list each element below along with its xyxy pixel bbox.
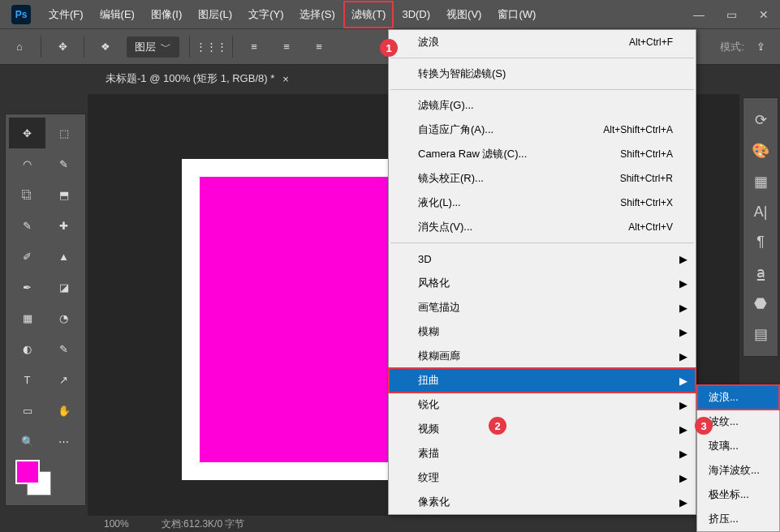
align-center-icon[interactable]: ≡ xyxy=(275,36,298,58)
lasso-tool[interactable]: ◠ xyxy=(9,148,45,179)
character-panel-icon[interactable]: A| xyxy=(754,204,768,221)
submenu-arrow-icon: ▶ xyxy=(679,399,687,411)
history-panel-icon[interactable]: ⟳ xyxy=(755,111,767,129)
window-controls: — ▭ ✕ xyxy=(683,0,780,29)
filter-submenu-item[interactable]: 素描▶ xyxy=(389,441,696,466)
shape-tool[interactable]: ▭ xyxy=(9,395,45,426)
menu-window[interactable]: 窗口(W) xyxy=(489,1,544,28)
menu-edit[interactable]: 编辑(E) xyxy=(92,1,143,28)
eraser-tool[interactable]: ◪ xyxy=(45,272,82,302)
menu-file[interactable]: 文件(F) xyxy=(41,1,92,28)
distort-item[interactable]: 极坐标... xyxy=(697,483,779,507)
align-right-icon[interactable]: ≡ xyxy=(308,36,330,58)
crop-tool[interactable]: ⿻ xyxy=(9,179,45,210)
close-button[interactable]: ✕ xyxy=(748,0,780,29)
align-grid-icon[interactable]: ⋮⋮⋮ xyxy=(200,36,222,58)
zoom-tool[interactable]: 🔍 xyxy=(9,426,45,457)
menu-image[interactable]: 图像(I) xyxy=(143,1,190,28)
pen-tool[interactable]: ✎ xyxy=(45,333,82,364)
menu-layer[interactable]: 图层(L) xyxy=(190,1,240,28)
menu-separator xyxy=(390,89,694,90)
blur-tool[interactable]: ◔ xyxy=(45,302,82,333)
3d-panel-icon[interactable]: ⬣ xyxy=(754,294,767,312)
distort-item[interactable]: 波浪... xyxy=(697,385,779,410)
app-logo-icon: Ps xyxy=(11,5,31,24)
submenu-arrow-icon: ▶ xyxy=(679,448,687,460)
distort-item[interactable]: 海洋波纹... xyxy=(697,458,779,483)
menubar: Ps 文件(F) 编辑(E) 图像(I) 图层(L) 文字(Y) 选择(S) 滤… xyxy=(0,0,780,29)
filter-item[interactable]: 消失点(V)...Alt+Ctrl+V xyxy=(389,215,696,239)
annotation-badge-3: 3 xyxy=(695,417,713,435)
filter-convert-smart[interactable]: 转换为智能滤镜(S) xyxy=(389,62,696,86)
gradient-tool[interactable]: ▦ xyxy=(9,302,45,333)
filter-submenu-item[interactable]: 锐化▶ xyxy=(389,393,696,417)
stamp-tool[interactable]: ▲ xyxy=(45,241,82,272)
move-tool[interactable]: ✥ xyxy=(9,118,45,148)
status-zoom[interactable]: 100% xyxy=(88,518,129,530)
target-layer-dropdown[interactable]: 图层 ﹀ xyxy=(127,36,179,58)
filter-item[interactable]: 液化(L)...Shift+Ctrl+X xyxy=(389,191,696,215)
toolbox: ✥ ⬚ ◠ ✎ ⿻ ⬒ ✎ ✚ ✐ ▲ ✒ ◪ ▦ ◔ ◐ ✎ T ↗ ▭ ✋ … xyxy=(5,114,86,506)
filter-submenu-item[interactable]: 模糊画廊▶ xyxy=(389,344,696,368)
menu-view[interactable]: 视图(V) xyxy=(438,1,489,28)
glyphs-panel-icon[interactable]: a̲ xyxy=(756,264,765,281)
menu-select[interactable]: 选择(S) xyxy=(291,1,343,28)
layers-panel-icon[interactable]: ▤ xyxy=(754,325,768,343)
filter-submenu-item[interactable]: 纹理▶ xyxy=(389,466,696,490)
filter-submenu-item[interactable]: 视频▶ xyxy=(389,417,696,441)
submenu-arrow-icon: ▶ xyxy=(679,326,687,338)
hand-tool[interactable]: ✋ xyxy=(45,395,82,426)
color-swatches[interactable] xyxy=(9,457,82,502)
align-left-icon[interactable]: ≡ xyxy=(243,36,265,58)
submenu-arrow-icon: ▶ xyxy=(679,253,687,265)
menu-3d[interactable]: 3D(D) xyxy=(394,2,438,27)
status-doc-info[interactable]: 文档:612.3K/0 字节 xyxy=(162,517,245,531)
submenu-arrow-icon: ▶ xyxy=(679,472,687,484)
layers-icon[interactable]: ❖ xyxy=(94,36,117,58)
filter-last-shortcut: Alt+Ctrl+F xyxy=(629,36,673,48)
marquee-tool[interactable]: ⬚ xyxy=(45,118,82,148)
color-panel-icon[interactable]: 🎨 xyxy=(752,142,769,160)
swatches-panel-icon[interactable]: ▦ xyxy=(754,173,768,191)
history-brush-tool[interactable]: ✒ xyxy=(9,272,45,302)
mode-label: 模式: xyxy=(720,40,744,54)
path-tool[interactable]: ↗ xyxy=(45,364,82,395)
filter-submenu-item[interactable]: 3D▶ xyxy=(389,247,696,271)
filter-submenu-item[interactable]: 模糊▶ xyxy=(389,320,696,344)
type-tool[interactable]: T xyxy=(9,364,45,395)
maximize-button[interactable]: ▭ xyxy=(715,0,748,29)
filter-last-used[interactable]: 波浪 Alt+Ctrl+F xyxy=(389,30,696,54)
menu-filter[interactable]: 滤镜(T) xyxy=(343,1,394,28)
healing-tool[interactable]: ✚ xyxy=(45,210,82,241)
brush-tool[interactable]: ✐ xyxy=(9,241,45,272)
filter-item[interactable]: 自适应广角(A)...Alt+Shift+Ctrl+A xyxy=(389,118,696,142)
filter-item[interactable]: 滤镜库(G)... xyxy=(389,93,696,118)
filter-item[interactable]: 镜头校正(R)...Shift+Ctrl+R xyxy=(389,166,696,191)
distort-item[interactable]: 玻璃... xyxy=(697,434,779,458)
dodge-tool[interactable]: ◐ xyxy=(9,333,45,364)
foreground-color-swatch[interactable] xyxy=(15,460,40,484)
annotation-badge-1: 1 xyxy=(380,39,398,57)
distort-item[interactable]: 挤压... xyxy=(697,507,779,531)
close-tab-icon[interactable]: × xyxy=(282,73,289,85)
slice-tool[interactable]: ⬒ xyxy=(45,179,82,210)
filter-item[interactable]: Camera Raw 滤镜(C)...Shift+Ctrl+A xyxy=(389,142,696,166)
paragraph-panel-icon[interactable]: ¶ xyxy=(756,234,765,251)
menu-type[interactable]: 文字(Y) xyxy=(240,1,291,28)
document-tab[interactable]: 未标题-1 @ 100% (矩形 1, RGB/8) * × xyxy=(97,65,297,92)
minimize-button[interactable]: — xyxy=(683,0,715,29)
menu-separator xyxy=(390,58,694,58)
target-layer-label: 图层 xyxy=(135,40,156,54)
export-icon[interactable]: ⇪ xyxy=(749,36,772,58)
eyedropper-tool[interactable]: ✎ xyxy=(9,210,45,241)
filter-submenu-item[interactable]: 扭曲▶ xyxy=(389,368,696,393)
home-icon[interactable]: ⌂ xyxy=(8,36,31,58)
filter-submenu-item[interactable]: 画笔描边▶ xyxy=(389,295,696,320)
filter-submenu-item[interactable]: 像素化▶ xyxy=(389,490,696,514)
chevron-down-icon: ﹀ xyxy=(161,40,171,54)
quick-select-tool[interactable]: ✎ xyxy=(45,148,82,179)
annotation-badge-2: 2 xyxy=(489,417,506,435)
edit-toolbar[interactable]: ⋯ xyxy=(45,426,82,457)
filter-submenu-item[interactable]: 风格化▶ xyxy=(389,271,696,295)
move-tool-icon[interactable]: ✥ xyxy=(51,36,74,58)
